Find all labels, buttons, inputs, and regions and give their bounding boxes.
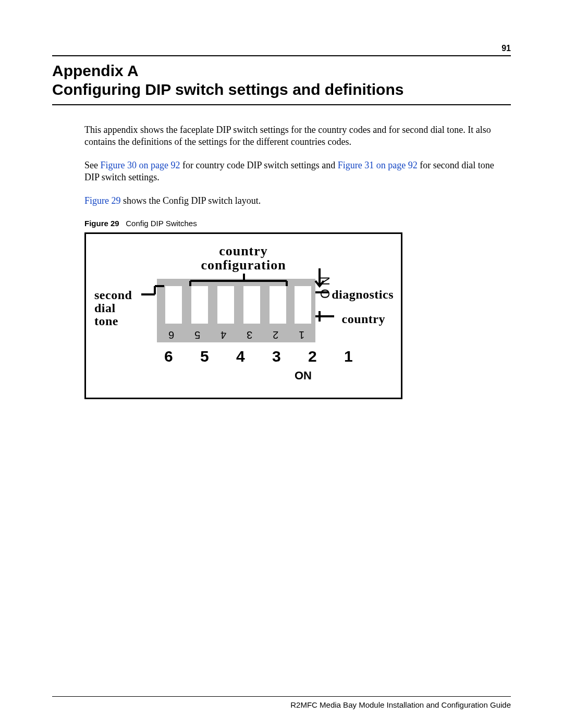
xref-figure-30[interactable]: Figure 30 on page 92 xyxy=(101,160,180,170)
dip-numbers-row: 6 5 4 3 2 1 xyxy=(164,347,364,366)
label-sdt-1: second xyxy=(94,289,132,302)
label-cc-line2: configuration xyxy=(86,258,401,273)
dip-switch-1 xyxy=(295,286,311,324)
heading-line-2: Configuring DIP switch settings and defi… xyxy=(52,80,511,99)
figure-caption: Figure 29 Config DIP Switches xyxy=(84,218,511,228)
label-sdt-3: tone xyxy=(94,315,132,328)
body-text: This appendix shows the faceplate DIP sw… xyxy=(84,124,511,399)
on-label: ON xyxy=(295,368,312,383)
dip-switch-2 xyxy=(270,286,286,324)
p2-mid: for country code DIP switch settings and xyxy=(180,160,337,170)
dip-switch-6 xyxy=(165,286,182,324)
connector-country xyxy=(315,311,334,322)
heading-rule xyxy=(52,104,511,105)
top-rule xyxy=(52,55,511,56)
label-diagnostics: diagnostics xyxy=(332,287,394,303)
dip-num-3-inverted: 3 xyxy=(247,328,252,341)
label-sdt-2: dial xyxy=(94,302,132,315)
xref-figure-31[interactable]: Figure 31 on page 92 xyxy=(338,160,418,170)
dip-num-4-inverted: 4 xyxy=(221,328,226,341)
footer-text: R2MFC Media Bay Module Installation and … xyxy=(290,700,511,709)
label-second-dial-tone: second dial tone xyxy=(94,289,132,328)
dip-num-6-inverted: 6 xyxy=(168,328,174,341)
p2-prefix: See xyxy=(84,160,101,170)
dip-switch-block: 6 5 4 3 2 1 xyxy=(157,279,315,342)
figure-29: country configuration second dial tone d… xyxy=(84,232,402,399)
figure-label: Figure 29 xyxy=(84,219,119,228)
figure-title: Config DIP Switches xyxy=(126,219,197,228)
dip-num-2-inverted: 2 xyxy=(273,328,278,341)
label-country: country xyxy=(342,311,386,327)
dip-switch-5 xyxy=(191,286,208,324)
dip-num-5-inverted: 5 xyxy=(194,328,200,341)
dip-switch-diagram: country configuration second dial tone d… xyxy=(84,232,402,399)
dip-num-1-inverted: 1 xyxy=(299,328,304,341)
document-page: 91 Appendix A Configuring DIP switch set… xyxy=(0,0,563,728)
p3-suffix: shows the Config DIP switch layout. xyxy=(121,195,261,206)
footer-rule xyxy=(52,696,511,697)
paragraph-3: Figure 29 shows the Config DIP switch la… xyxy=(84,195,511,207)
paragraph-1: This appendix shows the faceplate DIP sw… xyxy=(84,124,511,148)
label-cc-line1: country xyxy=(86,244,401,258)
page-heading: Appendix A Configuring DIP switch settin… xyxy=(52,61,511,99)
on-label-vertical: O N xyxy=(317,277,334,299)
xref-figure-29[interactable]: Figure 29 xyxy=(84,195,121,206)
paragraph-2: See Figure 30 on page 92 for country cod… xyxy=(84,159,511,183)
dip-switch-4 xyxy=(217,286,234,324)
page-number: 91 xyxy=(501,44,511,53)
heading-line-1: Appendix A xyxy=(52,61,511,80)
dip-switch-3 xyxy=(243,286,260,324)
label-country-configuration: country configuration xyxy=(86,244,401,272)
